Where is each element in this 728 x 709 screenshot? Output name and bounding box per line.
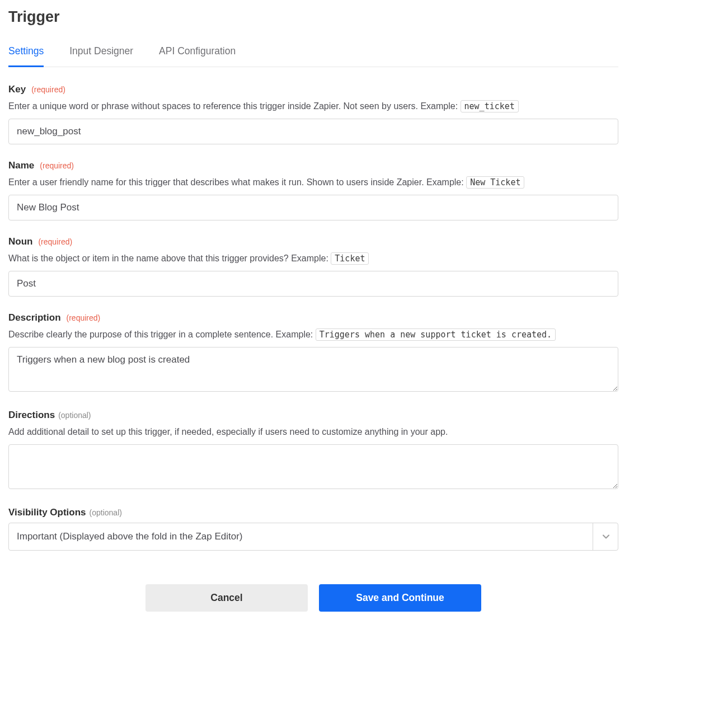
visibility-select[interactable]: Important (Displayed above the fold in t… [8, 523, 618, 551]
field-description: Description (required) Describe clearly … [8, 312, 618, 394]
directions-label: Directions [8, 410, 55, 421]
tab-bar: Settings Input Designer API Configuratio… [8, 45, 618, 67]
visibility-label: Visibility Options [8, 507, 86, 518]
noun-example-code: Ticket [331, 252, 369, 265]
field-visibility: Visibility Options (optional) Important … [8, 507, 618, 551]
description-helper: Describe clearly the purpose of this tri… [8, 328, 618, 341]
noun-helper: What is the object or item in the name a… [8, 252, 618, 265]
key-input[interactable] [8, 119, 618, 144]
field-key: Key (required) Enter a unique word or ph… [8, 84, 618, 144]
key-helper: Enter a unique word or phrase without sp… [8, 100, 618, 113]
name-example-code: New Ticket [466, 176, 524, 189]
noun-input[interactable] [8, 271, 618, 297]
button-row: Cancel Save and Continue [8, 584, 618, 612]
description-input[interactable] [8, 347, 618, 392]
name-label: Name [8, 160, 34, 171]
directions-helper: Add additional detail to set up this tri… [8, 425, 618, 439]
page-title: Trigger [8, 8, 618, 26]
tab-settings[interactable]: Settings [8, 45, 44, 67]
description-helper-text: Describe clearly the purpose of this tri… [8, 330, 316, 339]
name-input[interactable] [8, 195, 618, 220]
required-badge: (required) [38, 237, 72, 246]
field-directions: Directions (optional) Add additional det… [8, 410, 618, 491]
tab-api-configuration[interactable]: API Configuration [159, 45, 236, 67]
required-badge: (required) [67, 313, 101, 322]
optional-badge: (optional) [90, 508, 122, 517]
field-noun: Noun (required) What is the object or it… [8, 236, 618, 297]
key-helper-text: Enter a unique word or phrase without sp… [8, 101, 461, 111]
description-example-code: Triggers when a new support ticket is cr… [316, 328, 556, 341]
cancel-button[interactable]: Cancel [145, 584, 308, 612]
key-label: Key [8, 84, 26, 95]
directions-input[interactable] [8, 444, 618, 489]
visibility-selected-value: Important (Displayed above the fold in t… [17, 531, 243, 542]
field-name: Name (required) Enter a user friendly na… [8, 160, 618, 220]
description-label: Description [8, 312, 61, 323]
name-helper: Enter a user friendly name for this trig… [8, 176, 618, 189]
noun-helper-text: What is the object or item in the name a… [8, 253, 331, 263]
noun-label: Noun [8, 236, 32, 247]
required-badge: (required) [40, 161, 74, 170]
required-badge: (required) [31, 85, 65, 94]
tab-input-designer[interactable]: Input Designer [69, 45, 133, 67]
chevron-down-icon[interactable] [593, 523, 618, 551]
save-button[interactable]: Save and Continue [319, 584, 481, 612]
name-helper-text: Enter a user friendly name for this trig… [8, 177, 466, 187]
key-example-code: new_ticket [461, 100, 519, 112]
optional-badge: (optional) [58, 411, 91, 420]
